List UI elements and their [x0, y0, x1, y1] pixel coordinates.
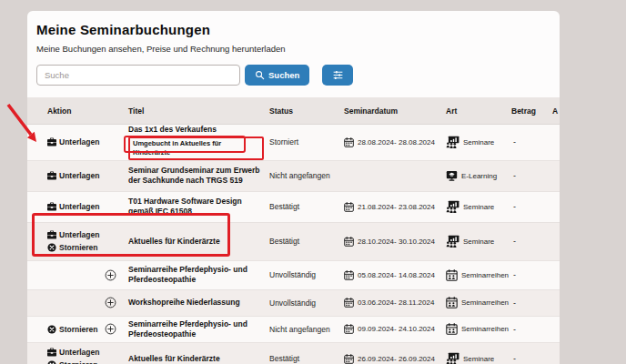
- table-header-row: AktionTitelStatusSeminardatumArtBetragA: [27, 97, 560, 125]
- briefcase-icon: [47, 137, 56, 147]
- action-unterlagen-link[interactable]: Unterlagen: [47, 230, 105, 239]
- column-header-seminardatum: Seminardatum: [344, 106, 446, 116]
- betrag-cell: -: [511, 270, 552, 279]
- search-input[interactable]: [36, 65, 240, 86]
- seminar-title: Seminarreihe Pferdephysio- und Pferdeost…: [128, 319, 264, 339]
- action-label: Unterlagen: [59, 348, 99, 357]
- calendar-icon: [344, 202, 354, 212]
- seminarreihen-icon: [446, 297, 458, 308]
- status-cell: Unvollständig: [269, 298, 344, 308]
- title-cell: Aktuelles für Kinderärzte: [128, 354, 269, 364]
- art-label: Seminare: [463, 355, 494, 363]
- art-cell: E-Learning: [446, 170, 511, 182]
- seminardatum-cell: 21.08.2024- 23.08.2024: [344, 202, 446, 212]
- calendar-icon: [344, 137, 354, 147]
- action-unterlagen-link[interactable]: Unterlagen: [47, 137, 105, 147]
- art-cell: Seminarreihen: [446, 269, 511, 281]
- calendar-icon: [344, 298, 354, 308]
- art-cell: Seminare: [446, 352, 511, 364]
- page-background: Meine Seminarbuchungen Meine Buchungen a…: [0, 0, 626, 364]
- seminar-title: Das 1x1 des Verkaufens: [128, 125, 264, 135]
- seminar-date: 21.08.2024- 23.08.2024: [358, 203, 435, 211]
- page-subtitle: Meine Buchungen ansehen, Preise und Rech…: [36, 44, 550, 54]
- seminar-date: 03.06.2024- 28.11.2024: [358, 298, 434, 307]
- seminar-date: 28.08.2024- 28.08.2024: [358, 138, 435, 147]
- table-row: Seminarreihe Pferdephysio- und Pferdeost…: [27, 261, 560, 290]
- column-header-betrag: Betrag: [511, 106, 552, 116]
- action-unterlagen-link[interactable]: Unterlagen: [47, 348, 105, 357]
- action-cell: Unterlagen: [47, 171, 105, 180]
- action-cell: Stornieren: [47, 325, 105, 334]
- calendar-icon: [344, 270, 354, 280]
- expand-cell: [105, 269, 128, 281]
- status-cell: Bestätigt: [269, 237, 344, 246]
- column-header-status: Status: [269, 106, 344, 116]
- status-cell: Unvollständig: [269, 270, 344, 279]
- magnifier-icon: [255, 70, 265, 80]
- title-cell: Seminar Grundseminar zum Erwerb der Sach…: [128, 166, 269, 186]
- betrag-cell: -: [511, 237, 552, 246]
- title-cell: Seminarreihe Pferdephysio- und Pferdeost…: [128, 319, 269, 339]
- betrag-cell: -: [511, 354, 552, 363]
- seminar-title: Seminar Grundseminar zum Erwerb der Sach…: [128, 166, 264, 186]
- sliders-icon: [332, 69, 344, 81]
- bookings-table: AktionTitelStatusSeminardatumArtBetragA …: [27, 97, 560, 364]
- seminardatum-cell: 09.09.2024- 24.10.2024: [344, 324, 446, 334]
- status-cell: Storniert: [269, 137, 344, 147]
- art-label: Seminare: [463, 203, 494, 211]
- action-unterlagen-link[interactable]: Unterlagen: [47, 202, 105, 211]
- action-unterlagen-link[interactable]: Unterlagen: [47, 171, 105, 180]
- seminardatum-cell: 05.08.2024- 14.08.2024: [344, 270, 446, 280]
- cancel-icon: [47, 243, 56, 252]
- action-label: Stornieren: [59, 325, 98, 334]
- expand-row-button[interactable]: [105, 323, 116, 335]
- column-header-aktion: Aktion: [47, 106, 128, 116]
- elearning-icon: [446, 170, 458, 182]
- table-row: UnterlagenStornierenAktuelles für Kinder…: [27, 343, 560, 364]
- art-label: Seminare: [463, 138, 494, 147]
- action-stornieren-link[interactable]: Stornieren: [47, 325, 105, 334]
- action-label: Stornieren: [59, 360, 98, 364]
- search-bar: Suchen: [36, 65, 550, 86]
- action-label: Unterlagen: [59, 171, 99, 180]
- seminar-title: T01 Hardware Software Design gemäß IEC 6…: [128, 197, 264, 217]
- rebooking-note: Umgebucht in Aktuelles für Kinderärzte: [128, 136, 264, 160]
- table-row: StornierenSeminarreihe Pferdephysio- und…: [27, 317, 560, 343]
- action-cell: UnterlagenStornieren: [47, 348, 105, 364]
- calendar-icon: [344, 354, 354, 364]
- seminare-icon: [446, 200, 459, 213]
- seminarreihen-icon: [446, 323, 458, 335]
- action-cell: Unterlagen: [47, 137, 105, 147]
- action-stornieren-link[interactable]: Stornieren: [47, 360, 105, 364]
- art-label: Seminarreihen: [461, 298, 509, 307]
- search-button[interactable]: Suchen: [245, 65, 309, 86]
- action-label: Unterlagen: [59, 230, 99, 239]
- action-stornieren-link[interactable]: Stornieren: [47, 243, 105, 252]
- filter-button[interactable]: [322, 65, 353, 86]
- seminare-icon: [446, 136, 459, 148]
- search-button-label: Suchen: [268, 70, 299, 80]
- seminarreihen-icon: [446, 269, 458, 281]
- status-cell: Bestätigt: [269, 202, 344, 211]
- seminar-date: 26.09.2024- 26.09.2024: [358, 355, 435, 363]
- art-label: Seminarreihen: [461, 271, 509, 279]
- art-label: E-Learning: [461, 172, 497, 180]
- expand-cell: [105, 297, 128, 308]
- expand-row-button[interactable]: [105, 269, 116, 281]
- seminardatum-cell: 26.09.2024- 26.09.2024: [344, 354, 446, 364]
- art-label: Seminarreihen: [461, 325, 509, 333]
- expand-row-button[interactable]: [105, 297, 116, 308]
- seminar-title: Aktuelles für Kinderärzte: [128, 237, 264, 247]
- action-cell: UnterlagenStornieren: [47, 230, 105, 252]
- art-cell: Seminarreihen: [446, 323, 511, 335]
- action-cell: Unterlagen: [47, 202, 105, 211]
- art-label: Seminare: [463, 238, 494, 246]
- briefcase-icon: [47, 171, 56, 180]
- betrag-cell: -: [511, 202, 552, 211]
- column-header-titel: Titel: [128, 106, 269, 116]
- seminardatum-cell: 03.06.2024- 28.11.2024: [344, 298, 446, 308]
- table-row: Workshopreihe NiederlassungUnvollständig…: [27, 290, 560, 317]
- column-header-art: Art: [446, 106, 511, 116]
- cancel-icon: [47, 360, 56, 364]
- title-cell: Workshopreihe Niederlassung: [128, 298, 269, 308]
